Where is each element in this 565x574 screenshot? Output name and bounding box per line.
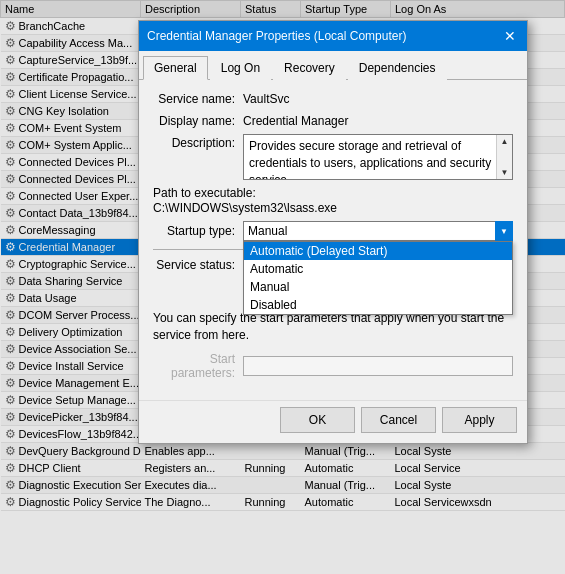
dropdown-item-automatic[interactable]: Automatic bbox=[244, 260, 512, 278]
description-box: Provides secure storage and retrieval of… bbox=[243, 134, 513, 180]
modal-close-button[interactable]: ✕ bbox=[501, 27, 519, 45]
tab-recovery[interactable]: Recovery bbox=[273, 56, 346, 80]
tab-content-general: Service name: VaultSvc Display name: Cre… bbox=[139, 80, 527, 400]
display-name-row: Display name: Credential Manager bbox=[153, 112, 513, 128]
ok-button[interactable]: OK bbox=[280, 407, 355, 433]
apply-button[interactable]: Apply bbox=[442, 407, 517, 433]
startup-select-wrapper: Manual Automatic (Delayed Start)Automati… bbox=[243, 221, 513, 241]
status-label: Service status: bbox=[153, 258, 243, 272]
dropdown-item-automatic_delayed[interactable]: Automatic (Delayed Start) bbox=[244, 242, 512, 260]
description-text: Provides secure storage and retrieval of… bbox=[249, 139, 491, 180]
service-name-label: Service name: bbox=[153, 90, 243, 106]
service-name-row: Service name: VaultSvc bbox=[153, 90, 513, 106]
modal-footer: OK Cancel Apply bbox=[139, 400, 527, 443]
description-scrollbar[interactable]: ▲ ▼ bbox=[496, 135, 512, 179]
tab-bar: GeneralLog OnRecoveryDependencies bbox=[139, 51, 527, 80]
dropdown-item-manual[interactable]: Manual bbox=[244, 278, 512, 296]
cancel-button[interactable]: Cancel bbox=[361, 407, 436, 433]
params-row: Start parameters: bbox=[153, 352, 513, 380]
service-name-value: VaultSvc bbox=[243, 90, 513, 106]
path-section: Path to executable: C:\WINDOWS\system32\… bbox=[153, 186, 513, 215]
tab-log-on[interactable]: Log On bbox=[210, 56, 271, 80]
path-label: Path to executable: bbox=[153, 186, 513, 200]
dropdown-item-disabled[interactable]: Disabled bbox=[244, 296, 512, 314]
description-label: Description: bbox=[153, 134, 243, 150]
params-label: Start parameters: bbox=[153, 352, 243, 380]
description-row: Description: Provides secure storage and… bbox=[153, 134, 513, 180]
params-input[interactable] bbox=[243, 356, 513, 376]
scroll-down-icon[interactable]: ▼ bbox=[501, 167, 509, 178]
credential-manager-dialog: Credential Manager Properties (Local Com… bbox=[138, 20, 528, 444]
modal-title: Credential Manager Properties (Local Com… bbox=[147, 29, 406, 43]
startup-dropdown-list: Automatic (Delayed Start)AutomaticManual… bbox=[243, 241, 513, 315]
display-name-value: Credential Manager bbox=[243, 112, 513, 128]
startup-row: Startup type: Manual Automatic (Delayed … bbox=[153, 221, 513, 241]
tab-dependencies[interactable]: Dependencies bbox=[348, 56, 447, 80]
hint-text: You can specify the start parameters tha… bbox=[153, 310, 513, 344]
tab-general[interactable]: General bbox=[143, 56, 208, 80]
display-name-label: Display name: bbox=[153, 112, 243, 128]
modal-titlebar: Credential Manager Properties (Local Com… bbox=[139, 21, 527, 51]
startup-label: Startup type: bbox=[153, 224, 243, 238]
scroll-up-icon[interactable]: ▲ bbox=[501, 136, 509, 147]
startup-select[interactable]: Manual bbox=[243, 221, 513, 241]
path-value: C:\WINDOWS\system32\lsass.exe bbox=[153, 201, 513, 215]
